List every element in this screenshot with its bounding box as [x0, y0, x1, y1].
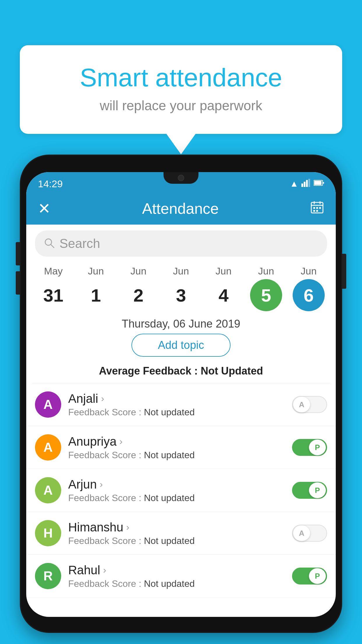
student-info: Anjali › Feedback Score : Not updated	[68, 392, 285, 418]
svg-rect-5	[314, 181, 321, 185]
chevron-icon: ›	[103, 565, 106, 575]
svg-rect-12	[316, 207, 318, 209]
student-item-himanshu: H Himanshu › Feedback Score : Not update…	[26, 512, 336, 555]
search-placeholder: Search	[59, 236, 100, 251]
app-header: ✕ Attendance	[26, 192, 336, 225]
cal-month-label: May	[44, 265, 63, 277]
attendance-toggle[interactable]: P	[292, 482, 327, 499]
calendar-day-3[interactable]: Jun3	[162, 265, 200, 311]
student-item-arjun: A Arjun › Feedback Score : Not updated P	[26, 469, 336, 512]
cal-date-number: 1	[80, 279, 112, 311]
phone-notch	[164, 172, 198, 184]
speech-bubble-subtitle: will replace your paperwork	[43, 98, 319, 113]
student-item-anupriya: A Anupriya › Feedback Score : Not update…	[26, 426, 336, 469]
cal-month-label: Jun	[258, 265, 274, 277]
wifi-icon: ▲	[290, 179, 298, 189]
chevron-icon: ›	[120, 436, 123, 447]
svg-rect-1	[304, 182, 305, 187]
cal-date-number: 2	[122, 279, 154, 311]
student-item-anjali: A Anjali › Feedback Score : Not updated …	[26, 383, 336, 426]
calendar-day-5[interactable]: Jun5	[247, 265, 285, 311]
cal-date-number: 5	[250, 279, 282, 311]
search-bar[interactable]: Search	[35, 230, 327, 257]
toggle-thumb: P	[309, 482, 326, 498]
student-name[interactable]: Rahul ›	[68, 563, 285, 577]
svg-rect-11	[313, 207, 315, 209]
toggle-thumb: P	[309, 440, 326, 455]
attendance-toggle[interactable]: P	[292, 439, 327, 456]
status-time: 14:29	[38, 178, 63, 190]
avatar: R	[35, 563, 61, 589]
student-info: Arjun › Feedback Score : Not updated	[68, 477, 285, 503]
search-icon	[44, 237, 55, 250]
svg-rect-14	[313, 210, 315, 212]
student-score: Feedback Score : Not updated	[68, 450, 285, 461]
status-icons: ▲	[290, 179, 324, 189]
phone-frame: 14:29 ▲ ✕ Attendance	[20, 155, 342, 633]
student-list: A Anjali › Feedback Score : Not updated …	[26, 383, 336, 598]
svg-rect-2	[306, 180, 308, 187]
chevron-icon: ›	[101, 393, 104, 404]
app-title: Attendance	[142, 200, 219, 217]
battery-icon	[314, 179, 324, 188]
attendance-toggle[interactable]: A	[292, 396, 327, 413]
cal-month-label: Jun	[216, 265, 232, 277]
toggle-thumb: A	[293, 397, 310, 412]
add-topic-button[interactable]: Add topic	[131, 334, 231, 357]
avatar: A	[35, 391, 61, 418]
calendar-strip: May31Jun1Jun2Jun3Jun4Jun5Jun6	[26, 262, 336, 311]
cal-date-number: 3	[165, 279, 197, 311]
volume-up-button	[16, 242, 20, 265]
calendar-day-2[interactable]: Jun2	[120, 265, 157, 311]
student-name[interactable]: Arjun ›	[68, 477, 285, 491]
speech-bubble-title: Smart attendance	[43, 63, 319, 92]
calendar-day-6[interactable]: Jun6	[290, 265, 328, 311]
chevron-icon: ›	[126, 522, 129, 533]
toggle-thumb: P	[309, 568, 326, 584]
student-score: Feedback Score : Not updated	[68, 536, 285, 546]
student-score: Feedback Score : Not updated	[68, 578, 285, 589]
student-item-rahul: R Rahul › Feedback Score : Not updated P	[26, 555, 336, 598]
student-name[interactable]: Himanshu ›	[68, 520, 285, 534]
cal-month-label: Jun	[88, 265, 104, 277]
avatar: H	[35, 520, 61, 546]
student-name[interactable]: Anjali ›	[68, 392, 285, 406]
attendance-toggle[interactable]: P	[292, 568, 327, 584]
svg-rect-0	[301, 183, 303, 187]
close-button[interactable]: ✕	[38, 200, 51, 217]
avatar: A	[35, 434, 61, 461]
svg-line-17	[51, 244, 54, 248]
student-info: Himanshu › Feedback Score : Not updated	[68, 520, 285, 546]
student-info: Rahul › Feedback Score : Not updated	[68, 563, 285, 589]
power-button	[342, 254, 346, 289]
chevron-icon: ›	[100, 479, 103, 490]
cal-date-number: 31	[37, 279, 69, 311]
selected-date-label: Thursday, 06 June 2019	[26, 311, 336, 334]
front-camera	[178, 175, 184, 181]
svg-rect-6	[323, 182, 324, 184]
calendar-day-4[interactable]: Jun4	[205, 265, 242, 311]
signal-icon	[301, 179, 311, 189]
cal-date-number: 6	[293, 279, 325, 311]
cal-date-number: 4	[208, 279, 240, 311]
speech-bubble: Smart attendance will replace your paper…	[20, 45, 342, 154]
calendar-button[interactable]	[310, 200, 324, 217]
student-name[interactable]: Anupriya ›	[68, 435, 285, 449]
student-score: Feedback Score : Not updated	[68, 493, 285, 503]
avatar: A	[35, 477, 61, 503]
svg-rect-13	[319, 207, 321, 209]
toggle-thumb: A	[293, 525, 310, 541]
cal-month-label: Jun	[173, 265, 189, 277]
student-info: Anupriya › Feedback Score : Not updated	[68, 435, 285, 461]
attendance-toggle[interactable]: A	[292, 525, 327, 542]
calendar-day-1[interactable]: Jun1	[77, 265, 115, 311]
average-feedback: Average Feedback : Not Updated	[26, 362, 336, 383]
volume-down-button	[16, 271, 20, 295]
calendar-day-31[interactable]: May31	[34, 265, 72, 311]
cal-month-label: Jun	[301, 265, 317, 277]
cal-month-label: Jun	[131, 265, 147, 277]
phone-screen: 14:29 ▲ ✕ Attendance	[26, 172, 336, 617]
svg-rect-3	[308, 179, 310, 187]
student-score: Feedback Score : Not updated	[68, 407, 285, 418]
svg-rect-15	[316, 210, 318, 212]
